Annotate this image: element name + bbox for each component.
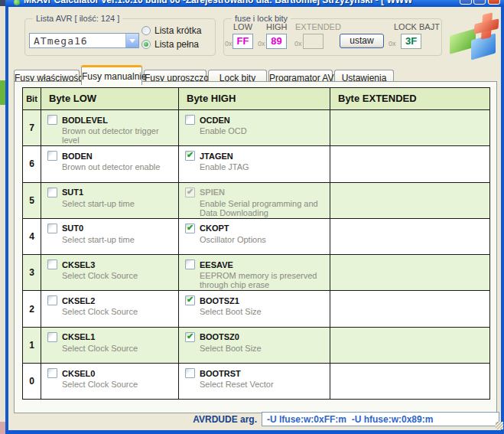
fuse-name: SUT0 xyxy=(62,224,83,233)
fuse-name: JTAGEN xyxy=(200,152,233,161)
avrdude-arg-label: AVRDUDE arg. xyxy=(131,414,257,425)
fuse-cell-bootsz1: BOOTSZ1 Select Boot Size xyxy=(179,291,330,326)
fuse-description: Select Boot Size xyxy=(179,342,330,353)
radio-icon[interactable] xyxy=(141,26,151,35)
fuse-name: BODLEVEL xyxy=(62,116,108,125)
fuse-checkbox[interactable] xyxy=(185,368,195,378)
fuse-checkbox[interactable] xyxy=(185,224,195,233)
bit-number: 5 xyxy=(23,183,41,218)
fuse-checkbox[interactable] xyxy=(47,295,57,305)
fuse-checkbox[interactable] xyxy=(185,259,195,269)
fuse-checkbox[interactable] xyxy=(185,332,195,342)
lock-byte-field[interactable]: 3F xyxy=(401,34,421,49)
fuse-cell-ocden: OCDEN Enable OCD xyxy=(179,110,330,145)
fuse-description: Enable OCD xyxy=(179,125,330,135)
extended-empty-cell xyxy=(330,364,489,399)
background-window-strip xyxy=(0,0,5,434)
fuse-cell-cksel0: CKSEL0 Select Clock Source xyxy=(41,364,178,399)
maximize-button[interactable] xyxy=(473,0,486,5)
fuse-name: OCDEN xyxy=(200,116,230,125)
fuse-cell-sut1: SUT1 Select start-up time xyxy=(41,183,178,218)
title-bar[interactable]: MkAvr Calculator ver.1.0.10 build 06 -Za… xyxy=(5,0,504,7)
low-fuse-field[interactable]: FF xyxy=(232,34,253,49)
chevron-down-icon xyxy=(129,39,135,43)
fuse-checkbox[interactable] xyxy=(185,295,195,305)
fuse-cell-cksel1: CKSEL1 Select Clock Source xyxy=(41,328,178,363)
extended-empty-cell xyxy=(330,255,489,290)
fuse-checkbox[interactable] xyxy=(47,332,57,342)
fuse-cell-cksel3: CKSEL3 Select Clock Source xyxy=(41,255,178,290)
fuse-name: BODEN xyxy=(62,152,93,161)
high-fuse-field[interactable]: 89 xyxy=(266,34,287,49)
set-fuses-button[interactable]: ustaw xyxy=(340,34,384,48)
low-label: LOW xyxy=(233,22,252,31)
avr-combobox[interactable]: ATmega16 xyxy=(29,33,139,48)
lock-byte-label: LOCK BAJT xyxy=(394,22,440,31)
bit-number: 2 xyxy=(23,291,41,326)
bit-number: 3 xyxy=(23,255,41,290)
avrdude-arg-input[interactable] xyxy=(262,412,499,426)
bit-number: 7 xyxy=(23,110,41,145)
extended-empty-cell xyxy=(330,291,489,326)
background-fragment xyxy=(0,422,5,434)
fuse-name: CKSEL1 xyxy=(62,332,95,341)
fuse-checkbox[interactable] xyxy=(185,151,195,161)
radio-lista-krotka[interactable]: Lista krótka xyxy=(141,25,201,36)
fuse-checkbox[interactable] xyxy=(47,188,57,197)
fuse-checkbox[interactable] xyxy=(47,224,57,233)
fuse-name: SPIEN xyxy=(200,188,225,197)
close-button[interactable] xyxy=(488,0,500,5)
fuse-table: Bit Byte LOW Byte HIGH Byte EXTENDED 7 B… xyxy=(22,87,490,400)
fuse-name: CKSEL2 xyxy=(62,296,95,305)
fuse-description: Select Reset Vector xyxy=(179,378,330,389)
combo-dropdown-button[interactable] xyxy=(125,34,138,47)
avr-combobox-value: ATmega16 xyxy=(34,35,88,47)
fuse-checkbox[interactable] xyxy=(47,368,57,378)
fuse-checkbox[interactable] xyxy=(185,115,195,125)
fuse-cell-spien: SPIEN Enable Serial programming and Data… xyxy=(179,183,330,218)
fuse-description: Select Boot Size xyxy=(179,305,330,316)
window-title: MkAvr Calculator ver.1.0.10 build 06 -Za… xyxy=(24,0,412,5)
extended-empty-cell xyxy=(330,110,489,145)
fuse-cell-bootrst: BOOTRST Select Reset Vector xyxy=(179,364,330,399)
column-header-byte-extended: Byte EXTENDED xyxy=(330,88,489,109)
hex-prefix: 0x xyxy=(389,40,396,47)
fuse-cell-sut0: SUT0 Select start-up time xyxy=(41,219,178,254)
extended-label: EXTENDED xyxy=(295,22,341,31)
column-header-byte-low: Byte LOW xyxy=(41,88,178,109)
fuse-name: CKSEL3 xyxy=(62,260,95,269)
fuse-name: CKSEL0 xyxy=(62,369,95,378)
fuse-checkbox[interactable] xyxy=(47,259,57,269)
fuse-cell-cksel2: CKSEL2 Select Clock Source xyxy=(41,291,178,326)
fuse-checkbox[interactable] xyxy=(47,151,57,161)
extended-empty-cell xyxy=(330,219,489,254)
fuse-name: CKOPT xyxy=(200,224,229,233)
fuse-cell-boden: BODEN Brown out detector enable xyxy=(41,146,178,181)
fuse-description: Select start-up time xyxy=(41,197,178,208)
fuse-description: Select start-up time xyxy=(41,233,178,244)
tab-fusy-manualnie[interactable]: Fusy manualnie xyxy=(81,65,142,85)
radio-icon[interactable] xyxy=(141,40,151,49)
fuse-cell-ckopt: CKOPT Oscillator Options xyxy=(179,219,330,254)
fuse-checkbox[interactable] xyxy=(47,115,57,125)
minimize-button[interactable] xyxy=(460,0,472,5)
resize-grip[interactable] xyxy=(496,422,503,429)
hex-prefix: 0x xyxy=(225,40,232,47)
bit-number: 4 xyxy=(23,219,41,254)
avr-list-groupbox: Lista AVR [ ilość: 124 ] ATmega16 Lista … xyxy=(24,18,216,56)
fuse-description: Oscillator Options xyxy=(179,233,330,244)
fuse-name: BOOTRST xyxy=(200,369,241,378)
extended-empty-cell xyxy=(330,146,489,181)
radio-lista-pelna[interactable]: Lista pełna xyxy=(141,39,199,50)
extended-empty-cell xyxy=(330,183,489,218)
tab-bar: Fusy właściwościFusy manualnieFusy upros… xyxy=(14,65,395,82)
fuse-name: BOOTSZ1 xyxy=(200,296,239,305)
tab-page-fusy-manualnie: Bit Byte LOW Byte HIGH Byte EXTENDED 7 B… xyxy=(14,81,497,413)
fuse-cell-jtagen: JTAGEN Enable JTAG xyxy=(179,146,330,181)
fuse-description: Brown out detector enable xyxy=(41,161,178,171)
fuse-lock-groupbox: fuse i lock bity LOW 0x FF HIGH 0x 89 EX… xyxy=(223,18,442,56)
bit-number: 0 xyxy=(23,364,41,399)
bit-number: 1 xyxy=(23,328,41,363)
extended-fuse-field xyxy=(303,34,324,49)
fuse-description: Enable JTAG xyxy=(179,161,330,171)
